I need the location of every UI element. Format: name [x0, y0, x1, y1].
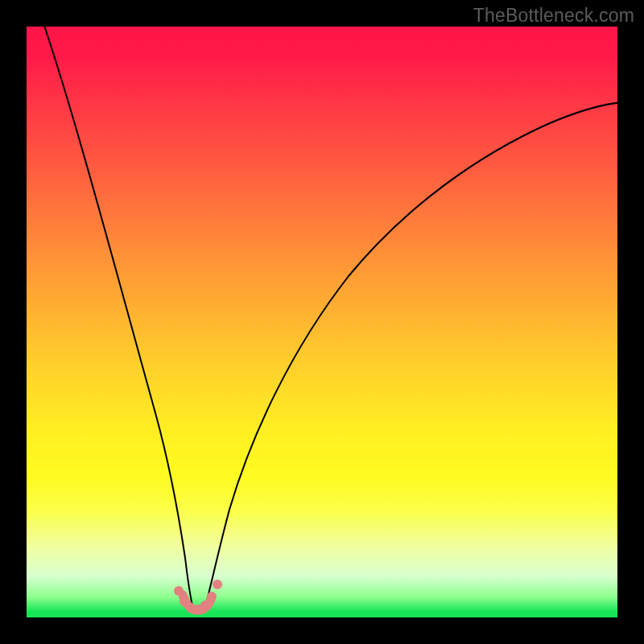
plot-area: [27, 27, 617, 617]
valley-dot: [200, 601, 210, 610]
curve-layer: [27, 27, 617, 617]
bottleneck-curve-right: [205, 102, 622, 606]
bottleneck-curve-left: [42, 19, 192, 606]
valley-dot: [207, 592, 217, 601]
chart-frame: TheBottleneck.com: [0, 0, 644, 644]
valley-dot: [174, 586, 184, 596]
watermark-label: TheBottleneck.com: [473, 5, 634, 27]
valley-dot: [213, 580, 222, 589]
